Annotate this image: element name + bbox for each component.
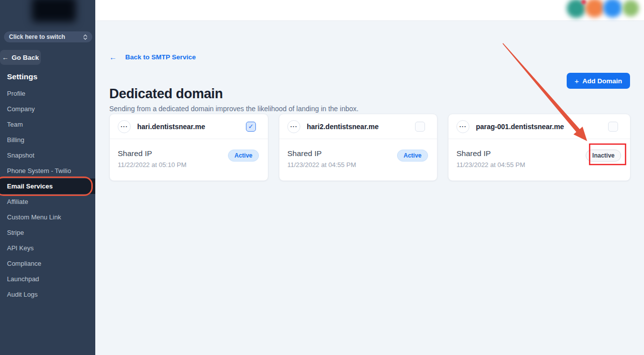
back-link-label: Back to SMTP Service: [125, 53, 196, 61]
domain-card-header: ··· hari2.dentistsnear.me: [279, 114, 437, 139]
domain-card-body: Shared IP 11/22/2022 at 05:10 PM Active: [110, 139, 268, 180]
settings-sidebar: Click here to switch ← Go Back Settings …: [0, 0, 95, 355]
chevron-up-down-icon: [83, 34, 87, 40]
sidebar-item-profile[interactable]: Profile: [0, 86, 95, 101]
domain-card: ··· hari.dentistsnear.me ✓ Shared IP 11/…: [109, 114, 268, 181]
domain-name: hari.dentistsnear.me: [137, 123, 239, 131]
ip-type: Shared IP: [456, 149, 525, 158]
domain-card-list: ··· hari.dentistsnear.me ✓ Shared IP 11/…: [109, 114, 631, 181]
domain-card: ··· hari2.dentistsnear.me Shared IP 11/2…: [279, 114, 437, 181]
account-switcher-label: Click here to switch: [9, 33, 65, 40]
sidebar-item-billing[interactable]: Billing: [0, 132, 95, 148]
top-bar: [95, 0, 644, 21]
sidebar-item-label: Email Services: [7, 182, 53, 190]
sidebar-item-launchpad[interactable]: Launchpad: [0, 271, 95, 287]
sidebar-item-company[interactable]: Company: [0, 101, 95, 117]
sidebar-item-stripe[interactable]: Stripe: [0, 225, 95, 240]
sidebar-item-team[interactable]: Team: [0, 117, 95, 132]
back-arrow-icon: ←: [2, 54, 9, 61]
add-domain-label: Add Domain: [583, 77, 623, 85]
status-badge: Active: [397, 150, 428, 162]
ellipsis-menu-button[interactable]: ···: [118, 120, 131, 133]
sidebar-item-snapshot[interactable]: Snapshot: [0, 148, 95, 163]
ip-type: Shared IP: [287, 149, 356, 158]
sidebar-item-phone-system[interactable]: Phone System - Twilio: [0, 163, 95, 178]
domain-card: ··· parag-001.dentistsnear.me Shared IP …: [448, 114, 631, 181]
email-services-content: ← Back to SMTP Service Dedicated domain …: [95, 21, 644, 355]
domain-card-body: Shared IP 11/23/2022 at 04:55 PM Inactiv…: [448, 139, 630, 180]
page-title: Dedicated domain: [109, 86, 223, 102]
go-back-button[interactable]: ← Go Back: [0, 50, 41, 65]
domain-checkbox[interactable]: [608, 122, 618, 132]
sidebar-item-compliance[interactable]: Compliance: [0, 256, 95, 271]
created-date: 11/23/2022 at 04:55 PM: [287, 161, 356, 169]
sidebar-item-affiliate[interactable]: Affiliate: [0, 194, 95, 209]
ellipsis-menu-button[interactable]: ···: [456, 120, 469, 133]
domain-name: parag-001.dentistsnear.me: [476, 123, 602, 131]
domain-checkbox[interactable]: [415, 122, 425, 132]
domain-card-body: Shared IP 11/23/2022 at 04:55 PM Active: [279, 139, 437, 180]
avatar-orange[interactable]: [585, 0, 604, 17]
ip-type: Shared IP: [118, 149, 187, 158]
status-badge: Inactive: [586, 150, 621, 162]
sidebar-item-api-keys[interactable]: API Keys: [0, 240, 95, 256]
domain-name: hari2.dentistsnear.me: [307, 123, 409, 131]
status-badge: Active: [228, 150, 259, 162]
sidebar-item-audit-logs[interactable]: Audit Logs: [0, 287, 95, 302]
domain-checkbox[interactable]: ✓: [246, 122, 256, 132]
checkmark-icon: ✓: [248, 123, 254, 130]
quick-action-icons: [567, 0, 642, 21]
settings-section-title: Settings: [7, 72, 37, 81]
plus-icon: +: [575, 77, 579, 85]
ellipsis-menu-button[interactable]: ···: [287, 120, 300, 133]
go-back-label: Go Back: [11, 54, 39, 61]
page-subtitle: Sending from a dedicated domain improves…: [109, 105, 359, 113]
domain-card-header: ··· parag-001.dentistsnear.me: [448, 114, 630, 139]
account-switcher-dropdown[interactable]: Click here to switch: [4, 31, 92, 42]
created-date: 11/22/2022 at 05:10 PM: [118, 161, 187, 169]
avatar-blue[interactable]: [603, 0, 622, 17]
sidebar-item-custom-menu[interactable]: Custom Menu Link: [0, 209, 95, 225]
sidebar-item-email-services[interactable]: Email Services: [0, 178, 95, 194]
add-domain-button[interactable]: + Add Domain: [567, 73, 630, 89]
back-to-smtp-link[interactable]: ← Back to SMTP Service: [109, 53, 196, 61]
settings-nav: Profile Company Team Billing Snapshot Ph…: [0, 86, 95, 302]
domain-card-header: ··· hari.dentistsnear.me ✓: [110, 114, 268, 139]
back-arrow-icon: ←: [109, 53, 117, 61]
agency-logo: [32, 0, 76, 22]
avatar-green[interactable]: [623, 0, 639, 16]
created-date: 11/23/2022 at 04:55 PM: [456, 161, 525, 169]
